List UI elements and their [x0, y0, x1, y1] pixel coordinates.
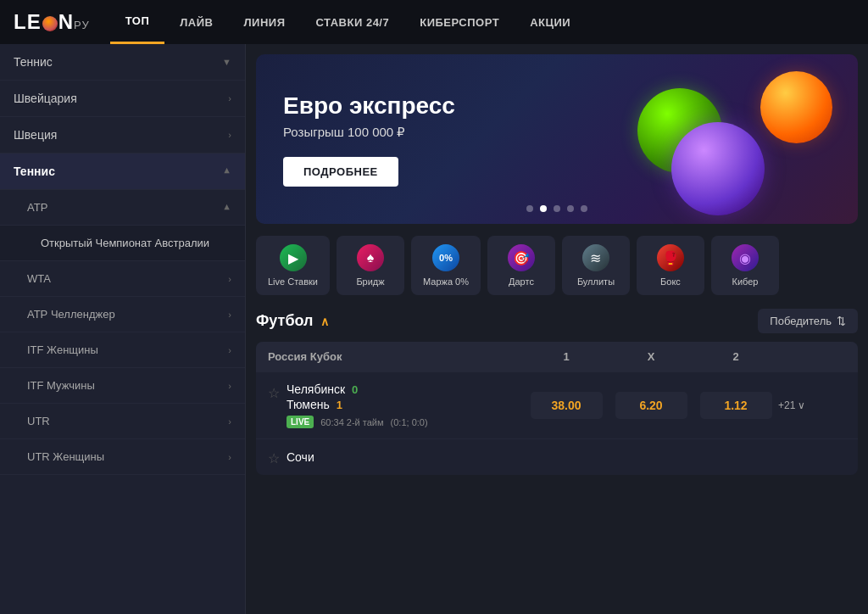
col-2-header: 2 — [693, 350, 778, 363]
bullets-label: Буллиты — [577, 276, 615, 287]
banner-text: Евро экспресс Розыгрыш 100 000 ₽ ПОДРОБН… — [283, 92, 455, 187]
banner-button[interactable]: ПОДРОБНЕЕ — [283, 157, 398, 187]
odds1-col: 38.00 — [524, 392, 609, 419]
match-set-score: (0:1; 0:0) — [391, 417, 428, 427]
banner-title: Евро экспресс — [283, 92, 455, 120]
match-time: 60:34 2-й тайм — [320, 417, 383, 427]
banner-subtitle: Розыгрыш 100 000 ₽ — [283, 125, 455, 140]
boxing-label: Бокс — [660, 276, 681, 287]
chevron-icon: › — [228, 310, 231, 320]
col-1-header: 1 — [524, 350, 609, 363]
favorite-icon[interactable]: ☆ — [268, 385, 280, 401]
quick-link-live[interactable]: ▶ Live Ставки — [256, 236, 330, 295]
sidebar-item-atp-challenger[interactable]: АТР Челленджер › — [0, 297, 245, 332]
live-badge: LIVE — [287, 416, 314, 428]
quick-links: ▶ Live Ставки ♠ Бридж 0% Маржа 0% 🎯 Дарт… — [256, 236, 858, 295]
cyber-icon: ◉ — [732, 244, 759, 271]
odds2-button[interactable]: 1.12 — [700, 392, 772, 419]
sidebar-item-wta[interactable]: WTA › — [0, 261, 245, 297]
bridge-icon: ♠ — [357, 244, 384, 271]
match-table: Россия Кубок 1 X 2 ☆ Челябинск 0 — [256, 342, 858, 475]
chevron-icon: › — [228, 130, 231, 140]
promo-banner[interactable]: Евро экспресс Розыгрыш 100 000 ₽ ПОДРОБН… — [256, 54, 858, 224]
match-table-header: Россия Кубок 1 X 2 — [256, 342, 858, 371]
live-icon: ▶ — [280, 244, 307, 271]
quick-link-bridge[interactable]: ♠ Бридж — [337, 236, 404, 295]
chevron-icon: › — [228, 274, 231, 284]
quick-link-boxing[interactable]: 🥊 Бокс — [637, 236, 704, 295]
nav-line[interactable]: ЛИНИЯ — [229, 0, 301, 44]
team1-name: Челябинск — [287, 382, 345, 396]
darts-label: Дартс — [509, 276, 534, 287]
chevron-icon: › — [228, 381, 231, 391]
teams-scores: Челябинск 0 Тюмень 1 LIVE 60:34 — [287, 382, 524, 428]
orange-ball — [760, 71, 832, 143]
oddsx-col: 6.20 — [609, 392, 693, 419]
chevron-up-icon: ▼ — [222, 203, 231, 213]
match-row: ☆ Челябинск 0 Тюмень 1 LIVE — [256, 371, 858, 438]
odds2-col: 1.12 — [693, 392, 778, 419]
sidebar-item-tennis[interactable]: Теннис ▼ — [0, 154, 245, 190]
quick-link-margin[interactable]: 0% Маржа 0% — [411, 236, 481, 295]
more-chevron-icon: ∨ — [798, 399, 805, 411]
chevron-icon: ▼ — [222, 57, 231, 67]
sidebar-item-tennis-above[interactable]: Теннис ▼ — [0, 44, 245, 81]
sports-title: Футбол ∧ — [256, 312, 329, 330]
team2-name: Тюмень — [287, 398, 330, 411]
dot-4[interactable] — [567, 205, 574, 212]
sidebar-item-switzerland[interactable]: Швейцария › — [0, 81, 245, 117]
dot-3[interactable] — [554, 205, 560, 212]
team1-score: 0 — [352, 383, 358, 396]
nav-esports[interactable]: КИБЕРСПОРТ — [404, 0, 515, 44]
dot-1[interactable] — [526, 205, 533, 212]
more-odds-button[interactable]: +21 ∨ — [778, 399, 805, 411]
sort-button[interactable]: Победитель ⇅ — [758, 309, 858, 333]
match-teams: ☆ Челябинск 0 Тюмень 1 LIVE — [268, 382, 524, 428]
logo[interactable]: LENРУ — [14, 10, 90, 34]
bullets-icon: ≋ — [582, 244, 609, 271]
main-content: Евро экспресс Розыгрыш 100 000 ₽ ПОДРОБН… — [246, 44, 868, 614]
match-meta: LIVE 60:34 2-й тайм (0:1; 0:0) — [287, 416, 524, 428]
col-x-header: X — [609, 350, 693, 363]
collapse-icon[interactable]: ∧ — [320, 315, 329, 328]
sidebar-item-utr[interactable]: UTR › — [0, 404, 245, 439]
page-body: Теннис ▼ Швейцария › Швеция › Теннис ▼ A… — [0, 44, 868, 614]
nav-live[interactable]: ЛАЙВ — [164, 0, 228, 44]
nav-bets247[interactable]: СТАВКИ 24/7 — [301, 0, 405, 44]
darts-icon: 🎯 — [508, 244, 535, 271]
team1-row: Челябинск 0 — [287, 382, 524, 396]
quick-link-bullets[interactable]: ≋ Буллиты — [562, 236, 630, 295]
dot-2[interactable] — [540, 205, 547, 212]
sports-header: Футбол ∧ Победитель ⇅ — [256, 309, 858, 333]
margin-icon: 0% — [432, 244, 459, 271]
banner-dots — [526, 205, 587, 212]
sidebar-item-open-aus[interactable]: Открытый Чемпионат Австралии — [0, 226, 245, 261]
team2-score: 1 — [337, 399, 342, 411]
purple-ball — [671, 122, 765, 215]
nav-top[interactable]: ТОП — [110, 0, 165, 44]
chevron-icon: › — [228, 452, 231, 462]
team2-row: Тюмень 1 — [287, 398, 524, 411]
chevron-icon: › — [228, 416, 231, 427]
quick-link-cyber[interactable]: ◉ Кибер — [711, 236, 779, 295]
sidebar-item-utr-women[interactable]: UTR Женщины › — [0, 439, 245, 475]
sidebar: Теннис ▼ Швейцария › Швеция › Теннис ▼ A… — [0, 44, 246, 614]
sidebar-item-sweden[interactable]: Швеция › — [0, 117, 245, 154]
margin-label: Маржа 0% — [423, 276, 469, 287]
quick-link-darts[interactable]: 🎯 Дартс — [487, 236, 555, 295]
more-odds-col: +21 ∨ — [778, 399, 846, 411]
logo-ball — [42, 16, 58, 31]
nav-promo[interactable]: АКЦИИ — [515, 0, 586, 44]
sidebar-item-itf-men[interactable]: ITF Мужчины › — [0, 368, 245, 404]
chevron-up-icon: ▼ — [222, 166, 231, 176]
cyber-label: Кибер — [732, 276, 758, 287]
match-info: ☆ Челябинск 0 Тюмень 1 LIVE — [268, 382, 524, 428]
sort-chevron-icon: ⇅ — [837, 315, 846, 327]
odds1-button[interactable]: 38.00 — [531, 392, 603, 419]
oddsx-button[interactable]: 6.20 — [615, 392, 687, 419]
dot-5[interactable] — [581, 205, 587, 212]
sidebar-item-atp[interactable]: ATP ▼ — [0, 190, 245, 226]
boxing-icon: 🥊 — [657, 244, 684, 271]
next-favorite-icon[interactable]: ☆ — [268, 450, 280, 466]
sidebar-item-itf-women[interactable]: ITF Женщины › — [0, 332, 245, 368]
